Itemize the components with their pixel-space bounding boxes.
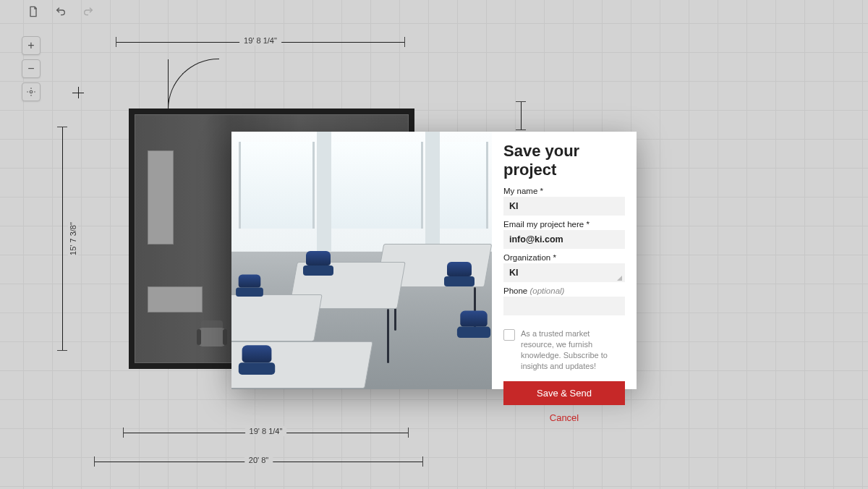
save-send-button[interactable]: Save & Send: [503, 381, 625, 405]
organization-field[interactable]: [503, 263, 625, 282]
modal-form: Save your project My name * Email my pro…: [492, 132, 637, 389]
save-project-modal: Save your project My name * Email my pro…: [231, 132, 637, 389]
email-field[interactable]: [503, 230, 625, 249]
cancel-button[interactable]: Cancel: [503, 412, 625, 423]
phone-label-text: Phone: [503, 286, 527, 295]
name-field[interactable]: [503, 197, 625, 216]
name-label: My name *: [503, 187, 625, 195]
phone-field[interactable]: [503, 297, 625, 315]
subscribe-row: As a trusted market resource, we furnish…: [503, 328, 625, 371]
modal-preview-image: [231, 132, 492, 389]
phone-label: Phone (optional): [503, 286, 625, 295]
phone-optional-text: (optional): [529, 286, 564, 295]
email-label: Email my project here *: [503, 220, 625, 229]
subscribe-checkbox[interactable]: [503, 329, 515, 341]
organization-label: Organization *: [503, 253, 625, 262]
modal-title: Save your project: [503, 142, 625, 179]
subscribe-text: As a trusted market resource, we furnish…: [521, 328, 625, 371]
